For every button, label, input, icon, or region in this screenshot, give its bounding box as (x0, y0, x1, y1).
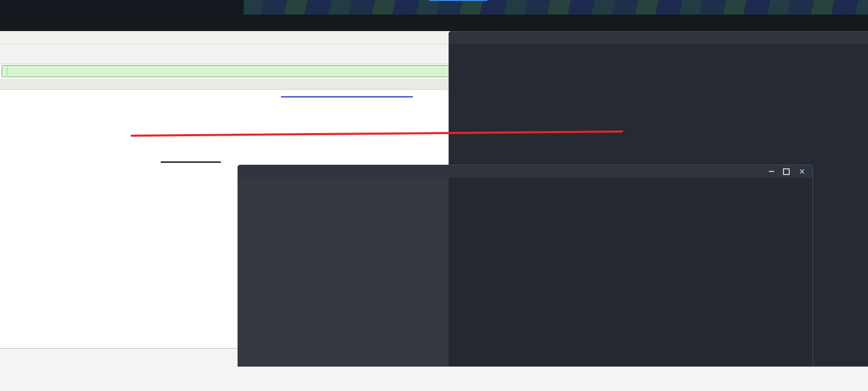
terminal-bc-titlebar[interactable]: × (238, 165, 813, 178)
taskbar-wallpaper-stripes (244, 0, 868, 15)
taskbar-indicator (429, 0, 487, 1)
desktop: × (0, 0, 868, 391)
close-button[interactable]: × (799, 169, 805, 174)
terminal-bc-menubar (238, 178, 813, 190)
terminal-window-bettercap: × (237, 165, 813, 367)
minimize-button[interactable] (769, 171, 774, 172)
terminal-ip-menubar (449, 44, 868, 56)
terminal-ip-output[interactable] (449, 56, 868, 57)
terminal-ip-titlebar[interactable] (449, 32, 868, 44)
terminal-bc-output[interactable] (238, 190, 813, 191)
maximize-button[interactable] (783, 168, 790, 175)
wireshark-titlebar[interactable] (0, 15, 868, 31)
filter-separator (7, 67, 7, 76)
taskbar (0, 0, 868, 15)
